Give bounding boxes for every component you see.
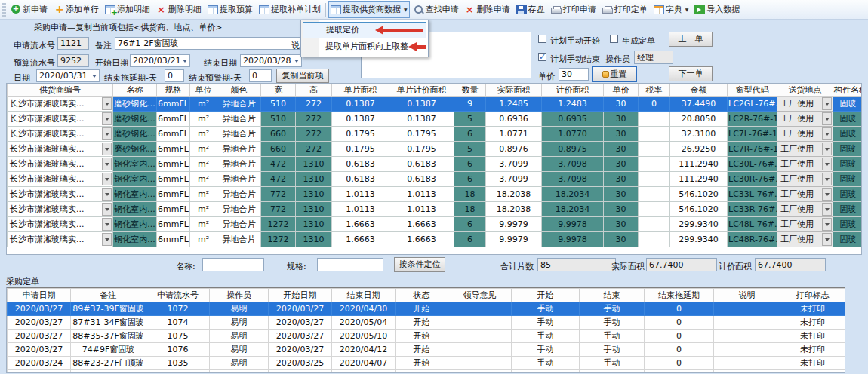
leader-opinion-cell[interactable] bbox=[448, 330, 512, 343]
priced-area-cell[interactable]: 0.6935 bbox=[542, 112, 604, 127]
amount-cell[interactable]: 37.4490 bbox=[670, 97, 728, 112]
end-date-cell[interactable]: 2020/04/30 bbox=[332, 302, 396, 316]
dropdown-arrow-icon[interactable] bbox=[822, 188, 832, 201]
import-data-button[interactable]: 导入数据 bbox=[692, 1, 742, 18]
priced-area-cell[interactable]: 3.7098 bbox=[542, 157, 604, 172]
tax-rate-cell[interactable] bbox=[639, 127, 670, 142]
unit-cell[interactable]: m² bbox=[190, 157, 217, 172]
tax-rate-cell[interactable] bbox=[639, 232, 670, 247]
color-cell[interactable]: 异地合片 bbox=[217, 97, 261, 112]
window-code-cell[interactable]: LC33L-76#... bbox=[728, 187, 777, 202]
piece-area-cell[interactable]: 0.1795 bbox=[332, 127, 389, 142]
order-row[interactable]: 2020/03/2488#23-27F门顶玻1035易明2020/03/2520… bbox=[8, 357, 845, 370]
apply-date-cell[interactable]: 2020/03/24 bbox=[8, 357, 71, 370]
print-request-button[interactable]: 打印申请 bbox=[549, 1, 599, 18]
width-cell[interactable]: 660 bbox=[261, 142, 296, 157]
width-cell[interactable]: 772 bbox=[261, 202, 296, 217]
piece-priced-area-cell[interactable]: 0.6183 bbox=[389, 157, 454, 172]
name-cell[interactable]: 钢化室内... bbox=[113, 217, 157, 232]
amount-cell[interactable]: 26.9250 bbox=[670, 142, 728, 157]
table-row[interactable]: 长沙市潇湘玻璃实...磨砂钢化...6mmFLE...m²异地合片6602720… bbox=[8, 127, 863, 142]
print-flag-cell[interactable]: 未打印 bbox=[780, 302, 845, 316]
unit-price-cell[interactable]: 30 bbox=[604, 217, 639, 232]
piece-area-cell[interactable]: 1.0113 bbox=[332, 202, 389, 217]
piece-priced-area-cell[interactable]: 0.1387 bbox=[389, 97, 454, 112]
spec-cell[interactable]: 6mmFLE... bbox=[157, 127, 190, 142]
part-name-cell[interactable]: 固玻 bbox=[833, 202, 863, 217]
actual-area-cell[interactable]: 3.7099 bbox=[486, 172, 542, 187]
color-cell[interactable]: 异地合片 bbox=[217, 142, 261, 157]
extract-supplier-data-button[interactable]: 提取供货商数据▼ bbox=[328, 1, 410, 18]
piece-area-cell[interactable]: 0.6183 bbox=[332, 157, 389, 172]
supplier-no-cell[interactable]: 长沙市潇湘玻璃实... bbox=[8, 127, 113, 142]
dictionary-button[interactable]: 字典▼ bbox=[651, 1, 691, 18]
add-detail-button[interactable]: 添加明细 bbox=[103, 1, 152, 18]
dropdown-arrow-icon[interactable] bbox=[102, 203, 112, 216]
qty-cell[interactable]: 6 bbox=[454, 157, 486, 172]
piece-priced-area-cell[interactable]: 0.1795 bbox=[389, 142, 454, 157]
part-name-cell[interactable]: 固玻 bbox=[833, 232, 863, 247]
status-cell[interactable]: 开始 bbox=[396, 316, 448, 330]
width-cell[interactable]: 472 bbox=[261, 172, 296, 187]
table-row[interactable]: 长沙市潇湘玻璃实...钢化室内...6mmFLE...m²异地合片7721310… bbox=[8, 187, 863, 202]
supplier-no-cell[interactable]: 长沙市潇湘玻璃实... bbox=[8, 142, 113, 157]
dropdown-arrow-icon[interactable] bbox=[102, 233, 112, 246]
part-name-cell[interactable]: 固玻 bbox=[833, 97, 863, 112]
height-cell[interactable]: 272 bbox=[296, 142, 332, 157]
print-flag-cell[interactable]: 未打印 bbox=[780, 343, 845, 357]
priced-area-cell[interactable]: 0.8975 bbox=[542, 142, 604, 157]
window-code-cell[interactable]: LC33R-76#... bbox=[728, 202, 777, 217]
status-cell[interactable]: 开始 bbox=[396, 343, 448, 357]
dropdown-arrow-icon[interactable] bbox=[102, 173, 112, 185]
remark-cell[interactable]: 89#37-39F窗固玻 bbox=[71, 302, 146, 316]
end-cell[interactable]: 手动 bbox=[580, 357, 645, 370]
delivery-place-cell[interactable]: 工厂使用 bbox=[777, 157, 833, 172]
color-cell[interactable]: 异地合片 bbox=[217, 172, 261, 187]
piece-priced-area-cell[interactable]: 1.0113 bbox=[389, 202, 454, 217]
delivery-place-cell[interactable]: 工厂使用 bbox=[777, 127, 833, 142]
color-cell[interactable]: 异地合片 bbox=[217, 217, 261, 232]
unit-price-cell[interactable]: 30 bbox=[604, 127, 639, 142]
window-code-cell[interactable]: LC48R-76#... bbox=[728, 232, 777, 247]
dropdown-arrow-icon[interactable] bbox=[102, 158, 112, 170]
height-cell[interactable]: 1310 bbox=[296, 217, 332, 232]
delivery-place-cell[interactable]: 工厂使用 bbox=[777, 142, 833, 157]
delivery-place-cell[interactable]: 工厂使用 bbox=[777, 202, 833, 217]
delivery-place-cell[interactable]: 工厂使用 bbox=[777, 97, 833, 112]
piece-area-cell[interactable]: 0.1387 bbox=[332, 112, 389, 127]
name-cell[interactable]: 磨砂钢化... bbox=[113, 112, 157, 127]
piece-priced-area-cell[interactable]: 0.6183 bbox=[389, 172, 454, 187]
remark-cell[interactable]: 88#35-37F窗固玻 bbox=[71, 330, 146, 343]
status-cell[interactable]: 开始 bbox=[396, 330, 448, 343]
new-request-button[interactable]: 新申请 bbox=[8, 1, 50, 18]
serial-no-cell[interactable]: 1072 bbox=[146, 302, 210, 316]
tax-rate-cell[interactable]: 0 bbox=[639, 97, 670, 112]
piece-priced-area-cell[interactable]: 1.0113 bbox=[389, 187, 454, 202]
order-row[interactable]: 2020/03/2787#31-34F窗固玻1074易明2020/03/2720… bbox=[8, 316, 845, 330]
amount-cell[interactable]: 546.1020 bbox=[670, 187, 728, 202]
table-row[interactable]: 长沙市潇湘玻璃实...磨砂钢化...6mmFLE...m²异地合片5102720… bbox=[8, 112, 863, 127]
amount-cell[interactable]: 299.9340 bbox=[670, 232, 728, 247]
width-cell[interactable]: 472 bbox=[261, 157, 296, 172]
height-cell[interactable]: 272 bbox=[296, 112, 332, 127]
filter-spec-input[interactable] bbox=[317, 258, 383, 271]
tax-rate-cell[interactable] bbox=[639, 202, 670, 217]
name-cell[interactable]: 钢化室内... bbox=[113, 232, 157, 247]
width-cell[interactable]: 772 bbox=[261, 187, 296, 202]
supplier-no-cell[interactable]: 长沙市潇湘玻璃实... bbox=[8, 217, 113, 232]
dropdown-arrow-icon[interactable] bbox=[822, 127, 832, 140]
end-delay-cell[interactable]: 0 bbox=[645, 316, 714, 330]
color-cell[interactable]: 异地合片 bbox=[217, 202, 261, 217]
next-order-button[interactable]: 下一单 bbox=[669, 66, 713, 81]
leader-opinion-cell[interactable] bbox=[448, 343, 512, 357]
priced-area-cell[interactable]: 1.0770 bbox=[542, 127, 604, 142]
priced-area-cell[interactable]: 3.7098 bbox=[542, 172, 604, 187]
dropdown-arrow-icon[interactable] bbox=[822, 112, 832, 125]
delivery-place-cell[interactable]: 工厂使用 bbox=[777, 232, 833, 247]
width-cell[interactable]: 1272 bbox=[261, 232, 296, 247]
dropdown-arrow-icon[interactable] bbox=[822, 158, 832, 170]
status-cell[interactable]: 开始 bbox=[396, 357, 448, 370]
part-name-cell[interactable]: 固玻 bbox=[833, 142, 863, 157]
height-cell[interactable]: 1310 bbox=[296, 202, 332, 217]
print-flag-cell[interactable]: 未打印 bbox=[780, 357, 845, 370]
